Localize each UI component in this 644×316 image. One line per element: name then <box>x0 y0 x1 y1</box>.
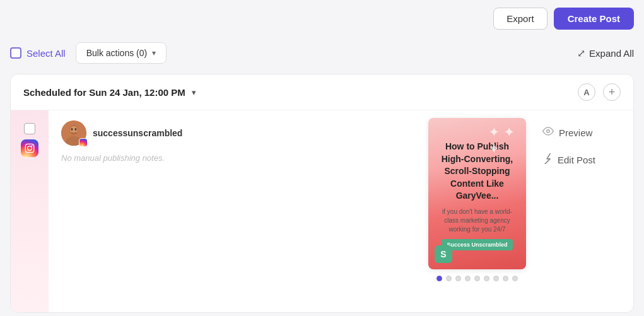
dot-8[interactable] <box>503 276 508 281</box>
export-button[interactable]: Export <box>493 8 547 30</box>
dot-5[interactable] <box>474 276 480 281</box>
lightning-icon <box>542 153 553 167</box>
action-bar-left: Select All Bulk actions (0) ▾ <box>10 42 167 64</box>
image-area: ✦ ✦✦ How to Publish High-Converting, Scr… <box>422 110 532 312</box>
author-name: successunscrambled <box>93 128 182 138</box>
post-author: successunscrambled <box>61 120 409 146</box>
select-all-label: Select All <box>26 48 66 59</box>
svg-point-10 <box>547 130 550 133</box>
post-image-s-badge: S <box>435 245 452 263</box>
svg-point-9 <box>75 128 77 131</box>
card-header-chevron-icon[interactable]: ▾ <box>192 88 196 97</box>
post-image-decor-icon: ✦ ✦✦ <box>488 124 515 157</box>
svg-point-3 <box>32 145 33 146</box>
preview-label: Preview <box>559 127 592 138</box>
dot-4[interactable] <box>465 276 471 281</box>
main-content: Scheduled for Sun 24 Jan, 12:00 PM ▾ A + <box>0 69 644 316</box>
ig-small-icon <box>79 138 88 147</box>
dot-3[interactable] <box>455 276 461 281</box>
svg-point-8 <box>71 128 73 131</box>
dot-9[interactable] <box>512 276 518 281</box>
left-strip <box>11 110 49 312</box>
create-post-button[interactable]: Create Post <box>554 8 634 30</box>
instagram-icon <box>21 139 38 157</box>
dot-7[interactable] <box>493 276 499 281</box>
preview-button[interactable]: Preview <box>542 126 592 140</box>
select-all-checkbox[interactable] <box>10 47 21 59</box>
card-header-right: A + <box>578 83 621 101</box>
bulk-actions-button[interactable]: Bulk actions (0) ▾ <box>76 42 167 64</box>
expand-all-button[interactable]: ⤢ Expand All <box>577 47 634 59</box>
bulk-actions-label: Bulk actions (0) <box>86 48 147 58</box>
scheduled-label: Scheduled for Sun 24 Jan, 12:00 PM <box>23 87 185 98</box>
right-actions: Preview Edit Post <box>532 110 633 312</box>
post-image-badge: Success Unscrambled <box>442 239 512 250</box>
expand-icon: ⤢ <box>577 47 585 59</box>
dot-6[interactable] <box>484 276 489 281</box>
dot-2[interactable] <box>446 276 452 281</box>
post-image-subtitle: if you don't have a world-class marketin… <box>436 208 518 234</box>
expand-all-label: Expand All <box>589 48 634 59</box>
edit-post-button[interactable]: Edit Post <box>542 153 595 167</box>
card-body: successunscrambled No manual publishing … <box>11 110 633 312</box>
avatar-wrap <box>61 120 86 146</box>
select-all-wrap[interactable]: Select All <box>10 47 66 59</box>
top-bar: Export Create Post <box>0 0 644 37</box>
image-dots <box>436 276 518 281</box>
author-avatar-icon: A <box>578 83 595 101</box>
add-post-icon[interactable]: + <box>603 83 621 101</box>
card-header: Scheduled for Sun 24 Jan, 12:00 PM ▾ A + <box>11 74 633 110</box>
dot-1[interactable] <box>436 276 442 281</box>
post-card: Scheduled for Sun 24 Jan, 12:00 PM ▾ A + <box>10 74 634 313</box>
post-image-card: ✦ ✦✦ How to Publish High-Converting, Scr… <box>428 118 526 269</box>
no-notes-text: No manual publishing notes. <box>61 153 409 163</box>
post-info: successunscrambled No manual publishing … <box>49 110 422 312</box>
action-bar: Select All Bulk actions (0) ▾ ⤢ Expand A… <box>0 37 644 69</box>
bulk-actions-chevron-icon: ▾ <box>152 49 156 57</box>
eye-icon <box>542 126 554 140</box>
card-header-left: Scheduled for Sun 24 Jan, 12:00 PM ▾ <box>23 87 196 98</box>
edit-post-label: Edit Post <box>558 155 595 165</box>
post-checkbox[interactable] <box>24 123 35 134</box>
